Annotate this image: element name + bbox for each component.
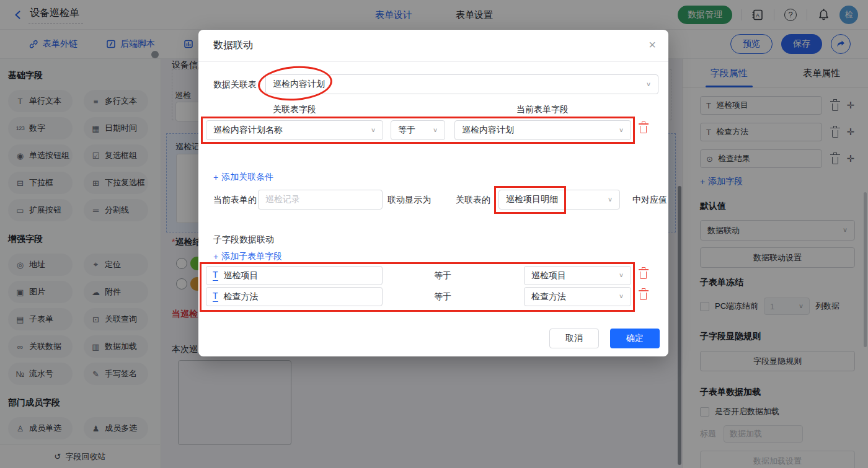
close-icon[interactable]: × [649,38,656,51]
plus-icon: + [213,172,218,182]
data-linkage-modal: 数据联动 × 数据关联表 巡检内容计划 ∨ 关联表字段 当前表单字段 巡检内容计… [198,30,668,356]
display-target-select[interactable]: 巡检项目明细 ∨ [498,190,620,210]
delete-subfield-button[interactable] [640,272,647,279]
linked-table-select[interactable]: 巡检内容计划 ∨ [265,74,658,94]
chevron-down-icon: ∨ [371,126,376,133]
subfield-right-select[interactable]: 巡检项目 ∨ [524,266,631,285]
chevron-down-icon: ∨ [619,293,624,300]
display-suffix-label: 中对应值 [632,190,667,210]
subfield-left-input[interactable]: T 巡检项目 [206,266,383,285]
cancel-button[interactable]: 取消 [549,329,599,348]
chevron-down-icon: ∨ [619,272,624,279]
add-condition-link[interactable]: +添加关联条件 [213,172,273,183]
display-prefix-label: 当前表单的 [213,190,257,210]
display-of-label: 关联表的 [456,190,490,210]
display-middle-label: 联动显示为 [388,190,431,210]
linked-table-label: 数据关联表 [213,74,257,94]
add-subfield-link[interactable]: +添加子表单字段 [213,251,282,262]
condition-op-select[interactable]: 等于 ∨ [391,120,445,140]
app-root: 设备巡检单 表单设计 表单设置 数据管理 A ? 检 表单外链 [0,0,868,468]
equals-label: 等于 [434,266,451,285]
chevron-down-icon: ∨ [608,196,613,203]
modal-title: 数据联动 [213,39,253,52]
chevron-down-icon: ∨ [619,126,624,133]
chevron-down-icon: ∨ [433,126,438,133]
condition-left-select[interactable]: 巡检内容计划名称 ∨ [206,120,383,140]
subfield-right-select[interactable]: 检查方法 ∨ [524,287,631,306]
delete-condition-button[interactable] [640,126,647,133]
subfield-left-input[interactable]: T 检查方法 [206,287,383,306]
text-type-icon: T [213,291,218,301]
condition-right-select[interactable]: 巡检内容计划 ∨ [454,120,631,140]
display-field-input[interactable]: 巡检记录 [258,190,383,210]
column-header-left: 关联表字段 [236,104,353,115]
chevron-down-icon: ∨ [646,81,651,87]
modal-header: 数据联动 [198,30,668,62]
column-header-right: 当前表单字段 [484,104,601,115]
delete-subfield-button[interactable] [640,293,647,300]
text-type-icon: T [213,270,218,280]
plus-icon: + [213,252,218,262]
subfield-title: 子字段数据联动 [213,229,274,249]
confirm-button[interactable]: 确定 [610,329,660,348]
equals-label: 等于 [434,287,451,306]
